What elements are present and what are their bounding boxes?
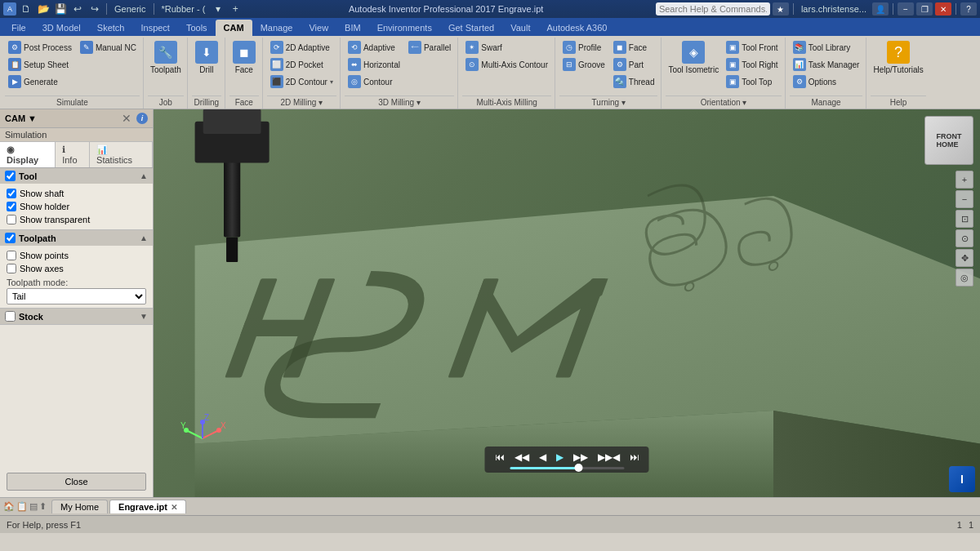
qa-open[interactable]: 📂: [36, 2, 51, 16]
adaptive-btn[interactable]: ⟲ Adaptive: [345, 39, 403, 56]
tab-getstarted[interactable]: Get Started: [440, 20, 502, 36]
home-icon-tab[interactable]: 🏠: [3, 501, 15, 512]
show-transparent-checkbox[interactable]: [7, 215, 16, 224]
info-btn[interactable]: i: [136, 113, 148, 124]
tab-sketch[interactable]: Sketch: [89, 20, 133, 36]
tab-view[interactable]: View: [301, 20, 336, 36]
search-input[interactable]: [656, 2, 770, 16]
toolpath-checkbox[interactable]: [5, 233, 16, 243]
show-points-checkbox[interactable]: [7, 251, 16, 260]
contour-btn[interactable]: ◎ Contour: [345, 73, 403, 90]
swarf-btn[interactable]: ✴ Swarf: [462, 39, 551, 56]
show-holder-checkbox[interactable]: [7, 202, 16, 211]
toolpath-section-header[interactable]: Toolpath ▲: [0, 230, 153, 246]
pb-back-btn[interactable]: ◀: [536, 450, 550, 464]
tab-inspect[interactable]: Inspect: [132, 20, 177, 36]
tab-bim[interactable]: BIM: [336, 20, 369, 36]
multiaxis-contour-btn[interactable]: ⊙ Multi-Axis Contour: [462, 56, 551, 73]
look-btn[interactable]: ◎: [956, 269, 973, 287]
stock-section-header[interactable]: Stock ▼: [0, 309, 153, 324]
list-icon[interactable]: ▤: [29, 501, 38, 512]
tool-right-btn[interactable]: ▣ Tool Right: [723, 56, 781, 73]
show-shaft-checkbox[interactable]: [7, 189, 16, 198]
playback-slider[interactable]: [510, 467, 624, 469]
tool-isometric-btn[interactable]: ◈ Tool Isometric: [666, 39, 721, 88]
tab-file[interactable]: File: [3, 20, 34, 36]
tab-engrave[interactable]: Engrave.ipt ✕: [109, 500, 186, 513]
stock-checkbox[interactable]: [5, 311, 16, 322]
qa-redo[interactable]: ↪: [87, 2, 102, 16]
help-tutorials-btn[interactable]: ? Help/Tutorials: [871, 39, 925, 88]
qa-more[interactable]: +: [228, 2, 243, 16]
qa-dropdown[interactable]: ▾: [211, 2, 225, 16]
2d-adaptive-btn[interactable]: ⟳ 2D Adaptive: [267, 39, 336, 56]
tab-tools[interactable]: Tools: [178, 20, 216, 36]
groove-btn[interactable]: ⊟ Groove: [559, 56, 608, 73]
tool-top-btn[interactable]: ▣ Tool Top: [723, 73, 781, 90]
user-icon[interactable]: 👤: [872, 2, 889, 16]
tab-environments[interactable]: Environments: [369, 20, 440, 36]
pb-start-btn[interactable]: ⏮: [492, 450, 508, 464]
task-manager-btn[interactable]: 📊 Task Manager: [790, 56, 863, 73]
toolpath-collapse-icon[interactable]: ▲: [140, 233, 148, 242]
2d-pocket-btn[interactable]: ⬜ 2D Pocket: [267, 56, 336, 73]
restore-btn[interactable]: ❐: [916, 2, 933, 16]
tab-3dmodel[interactable]: 3D Model: [34, 20, 89, 36]
generate-btn[interactable]: ▶ Generate: [5, 73, 75, 90]
toolpath-mode-select[interactable]: Tail Full None: [7, 288, 146, 304]
pb-back-fast-btn[interactable]: ◀◀: [511, 450, 532, 464]
drill-btn[interactable]: ⬇ Drill: [192, 39, 221, 88]
tool-collapse-icon[interactable]: ▲: [140, 171, 148, 180]
nav-cube[interactable]: FRONTHOME: [924, 116, 973, 165]
pb-end-btn[interactable]: ⏭: [626, 450, 643, 464]
stock-collapse-icon[interactable]: ▼: [140, 312, 148, 321]
2d-contour-dropdown-icon[interactable]: ▾: [330, 78, 333, 86]
orbit-btn[interactable]: ⊙: [956, 229, 973, 247]
panel-close-btn[interactable]: ✕: [120, 112, 133, 125]
tab-manage[interactable]: Manage: [252, 20, 301, 36]
tool-front-btn[interactable]: ▣ Tool Front: [723, 39, 781, 56]
tool-section-header[interactable]: Tool ▲: [0, 168, 153, 184]
pb-play-btn[interactable]: ▶: [553, 450, 567, 464]
toolpath-btn[interactable]: 🔧 Toolpath: [148, 39, 184, 88]
tab-vault[interactable]: Vault: [502, 20, 538, 36]
parallel-btn[interactable]: ⬳ Parallel: [405, 39, 454, 56]
part-btn[interactable]: ⚙ Part: [610, 56, 658, 73]
face-btn[interactable]: ◼ Face: [229, 39, 259, 88]
horizontal-btn[interactable]: ⬌ Horizontal: [345, 56, 403, 73]
tab-autodesk360[interactable]: Autodesk A360: [538, 20, 615, 36]
help-btn[interactable]: ?: [960, 2, 977, 16]
tab-statistics[interactable]: 📊 Statistics: [90, 142, 153, 167]
new-tab-icon[interactable]: 📋: [16, 501, 28, 512]
pb-forward-btn[interactable]: ▶▶: [570, 450, 591, 464]
tool-checkbox[interactable]: [5, 171, 16, 181]
qa-new[interactable]: 🗋: [19, 2, 33, 16]
tab-cam[interactable]: CAM: [216, 20, 252, 36]
qa-undo[interactable]: ↩: [70, 2, 85, 16]
tab-myhome[interactable]: My Home: [51, 500, 108, 513]
slider-thumb[interactable]: [574, 464, 582, 472]
close-btn[interactable]: ✕: [935, 2, 951, 16]
2d-contour-btn[interactable]: ⬛ 2D Contour ▾: [267, 73, 336, 90]
zoom-in-btn[interactable]: +: [956, 171, 973, 189]
up-icon[interactable]: ⬆: [39, 501, 47, 512]
minimize-btn[interactable]: −: [898, 2, 914, 16]
manual-nc-btn[interactable]: ✎ Manual NC: [77, 39, 140, 56]
setup-sheet-btn[interactable]: 📋 Setup Sheet: [5, 56, 75, 73]
profile-btn[interactable]: ◷ Profile: [559, 39, 608, 56]
cam-title[interactable]: CAM ▼: [5, 113, 37, 123]
fit-btn[interactable]: ⊡: [956, 210, 973, 228]
thread-btn[interactable]: 🔩 Thread: [610, 73, 658, 90]
tab-display[interactable]: ◉ Display: [0, 142, 56, 167]
show-axes-checkbox[interactable]: [7, 264, 16, 273]
post-process-btn[interactable]: ⚙ Post Process: [5, 39, 75, 56]
nav-cube-face[interactable]: FRONTHOME: [924, 116, 973, 165]
face-turning-btn[interactable]: ◼ Face: [610, 39, 658, 56]
pb-forward-fast-btn[interactable]: ▶▶◀: [595, 450, 623, 464]
pan-btn[interactable]: ✥: [956, 249, 973, 267]
favorites-btn[interactable]: ★: [773, 2, 789, 16]
options-btn[interactable]: ⚙ Options: [790, 73, 863, 90]
close-button[interactable]: Close: [7, 473, 146, 491]
tab-info[interactable]: ℹ Info: [56, 142, 90, 167]
qa-save[interactable]: 💾: [53, 2, 68, 16]
